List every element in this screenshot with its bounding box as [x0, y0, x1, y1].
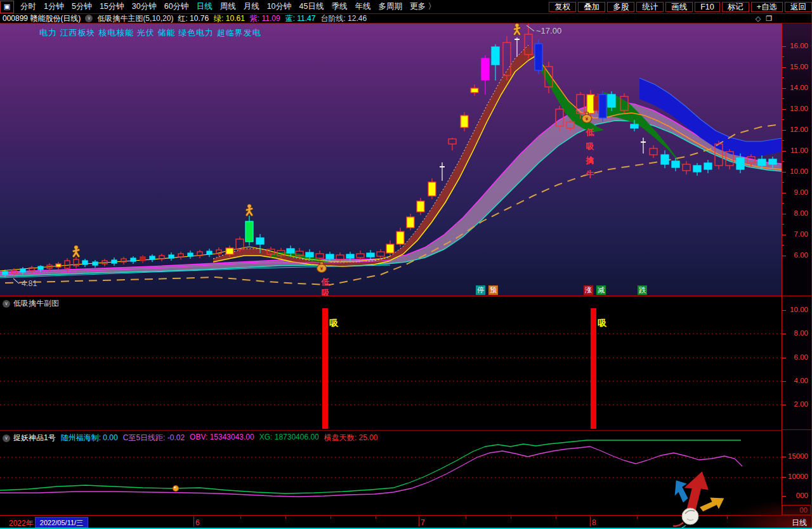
- toolbar-right-buttons: 复权叠加多股统计画线F10标记+自选返回: [547, 1, 812, 13]
- toolbar-button-+自选[interactable]: +自选: [751, 2, 783, 12]
- week-tick: [376, 516, 376, 519]
- gold-dot-marker: [173, 486, 179, 492]
- axis-label: 6.00: [794, 251, 808, 259]
- candle: [216, 247, 221, 256]
- candle: [641, 138, 646, 153]
- toolbar-button-画线[interactable]: 画线: [665, 2, 693, 12]
- period-tab-年线[interactable]: 年线: [351, 1, 374, 12]
- period-tab-45日线[interactable]: 45日线: [296, 1, 328, 12]
- window-icon[interactable]: ▣: [0, 1, 14, 13]
- sub-indicator-panel[interactable]: ∨ 低吸擒牛副图 吸吸: [0, 296, 782, 430]
- period-tab-10分钟[interactable]: 10分钟: [263, 1, 296, 12]
- signal-label: 吸: [598, 318, 607, 328]
- axis-tick: [782, 172, 786, 173]
- toolbar-button-叠加[interactable]: 叠加: [578, 2, 605, 12]
- toolbar-button-多股[interactable]: 多股: [607, 2, 634, 12]
- axis-tick: [782, 310, 786, 311]
- svg-text:¥: ¥: [320, 266, 324, 271]
- panel3-stat: 随州福海制: 0.00: [61, 433, 118, 443]
- week-tick: [637, 516, 638, 519]
- indicator-values: 红: 10.76绿: 10.61紫: 11.09蓝: 11.47台阶线: 12.…: [178, 13, 372, 24]
- candle: [661, 150, 669, 168]
- axis-label: 4.00: [794, 377, 808, 384]
- period-tab-日线[interactable]: 日线: [193, 1, 216, 12]
- axis-tick: [782, 334, 786, 334]
- period-label[interactable]: 日线: [792, 518, 807, 528]
- candle: [56, 262, 61, 270]
- candle: [514, 37, 520, 56]
- status-badge-停: 停: [476, 285, 485, 295]
- candle: [683, 161, 690, 174]
- chevron-down-icon[interactable]: ∨: [3, 300, 10, 308]
- candle: [492, 44, 499, 81]
- period-tab-15分钟[interactable]: 15分钟: [96, 1, 128, 12]
- panel3-axis: 00 1500010000000: [782, 430, 811, 515]
- period-tab-更多 〉[interactable]: 更多 〉: [406, 1, 440, 12]
- indicator-value: 台阶线: 12.46: [320, 13, 367, 24]
- panel2-title: 低吸擒牛副图: [13, 298, 59, 309]
- axis-tick: [782, 67, 786, 68]
- indicator-value: 绿: 10.61: [214, 13, 245, 24]
- panel3-stat: C至5日线距: -0.02: [123, 433, 185, 443]
- chevron-down-icon[interactable]: ∨: [85, 15, 93, 22]
- panes-icon[interactable]: ❐: [766, 15, 772, 23]
- panel3-values: 随州福海制: 0.00C至5日线距: -0.02OBV: 15343043.00…: [61, 433, 383, 443]
- signal-text-char: 低: [321, 277, 330, 287]
- signal-text-char: 牛: [586, 169, 594, 179]
- period-tab-月线[interactable]: 月线: [240, 1, 263, 12]
- period-toolbar: ▣ 分时1分钟5分钟15分钟30分钟60分钟日线周线月线10分钟45日线季线年线…: [0, 0, 812, 14]
- xg-magenta-line: [0, 447, 742, 497]
- candle: [74, 257, 79, 268]
- axis-tick: [782, 151, 786, 152]
- candle: [188, 251, 193, 259]
- panel3-stat: OBV: 15343043.00: [190, 433, 254, 443]
- candle: [535, 39, 542, 74]
- week-tick: [727, 516, 728, 519]
- period-tab-60分钟[interactable]: 60分钟: [160, 1, 193, 12]
- axis-tick: [782, 46, 786, 47]
- indicator-info-bar: 000899 赣能股份(日线) ∨ 低吸擒牛主图(5,10,20) 红: 10.…: [0, 14, 812, 23]
- main-price-chart[interactable]: ¥低吸擒牛¥低吸擒牛~17.004.81 电力 江西板块 核电核能 光伏 储能 …: [0, 23, 782, 296]
- panel3-stat: 横盘天数: 25.00: [324, 433, 378, 443]
- axis-label: 6.00: [794, 353, 808, 361]
- period-tab-多周期[interactable]: 多周期: [374, 1, 406, 12]
- obv-indicator-panel[interactable]: ∨ 捉妖神品1号 随州福海制: 0.00C至5日线距: -0.02OBV: 15…: [0, 430, 782, 515]
- candle: [178, 252, 183, 259]
- chevron-down-icon[interactable]: ∨: [3, 434, 10, 442]
- period-tab-周线[interactable]: 周线: [216, 1, 240, 12]
- period-tab-分时[interactable]: 分时: [16, 1, 40, 12]
- status-badge-预: 预: [488, 285, 498, 295]
- axis-tick: [782, 256, 786, 256]
- diamond-icon[interactable]: ◇: [756, 15, 761, 23]
- panel3-stat: XG: 18730406.00: [259, 433, 319, 443]
- candle: [377, 249, 384, 259]
- signal-text-char: 擒: [586, 155, 594, 165]
- toolbar-button-标记[interactable]: 标记: [722, 2, 749, 12]
- toolbar-button-统计[interactable]: 统计: [636, 2, 664, 12]
- axis-tick: [782, 405, 786, 405]
- candle: [82, 259, 88, 267]
- period-tab-30分钟[interactable]: 30分钟: [128, 1, 160, 12]
- candle: [704, 160, 712, 173]
- candle: [207, 249, 212, 257]
- low-price-annotation: 4.81: [22, 279, 37, 288]
- main-chart-canvas: ¥低吸擒牛¥低吸擒牛~17.004.81: [0, 23, 782, 296]
- signal-text-char: 吸: [586, 141, 595, 151]
- axis-label: 10000: [788, 473, 808, 480]
- toolbar-button-复权[interactable]: 复权: [549, 2, 576, 12]
- stock-code-name: 000899 赣能股份(日线): [3, 13, 81, 24]
- period-tab-季线[interactable]: 季线: [327, 1, 351, 12]
- axis-tick: [782, 88, 786, 89]
- period-tab-1分钟[interactable]: 1分钟: [40, 1, 68, 12]
- period-menu: 分时1分钟5分钟15分钟30分钟60分钟日线周线月线10分钟45日线季线年线多周…: [16, 1, 440, 12]
- candle: [449, 138, 456, 150]
- panel2-canvas: 吸吸: [0, 296, 782, 430]
- toolbar-button-返回[interactable]: 返回: [785, 2, 812, 12]
- axis-tick: [782, 381, 786, 382]
- selected-date-box[interactable]: 2022/05/11/三: [35, 517, 88, 528]
- toolbar-button-F10[interactable]: F10: [695, 2, 720, 12]
- month-label: 7: [421, 518, 425, 527]
- period-tab-5分钟[interactable]: 5分钟: [68, 1, 96, 12]
- candle: [236, 237, 244, 252]
- candle: [599, 91, 606, 122]
